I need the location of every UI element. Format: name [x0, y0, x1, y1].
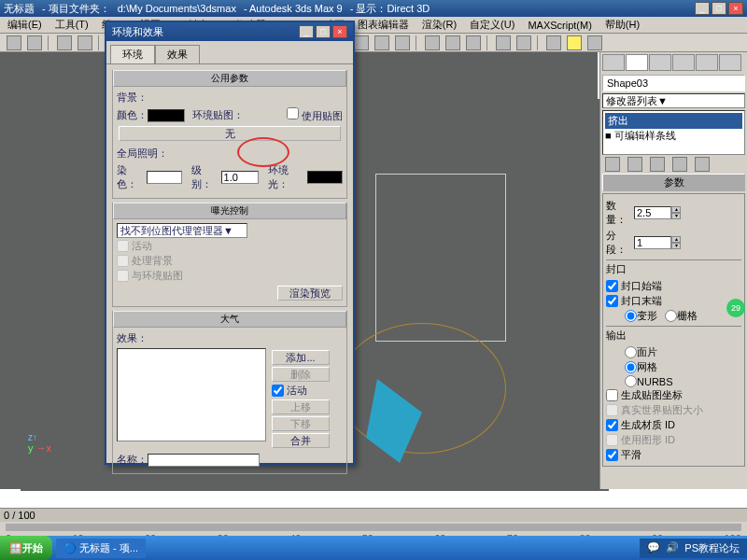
grid-radio[interactable]	[665, 310, 677, 322]
config-icon[interactable]	[695, 157, 710, 172]
env-tab[interactable]: 环境	[110, 45, 155, 63]
move-up-button: 上移	[272, 399, 330, 414]
dialog-close-button[interactable]: ×	[332, 25, 347, 38]
gen-mat-checkbox[interactable]	[606, 419, 618, 431]
gen-map-checkbox[interactable]	[606, 389, 618, 401]
menu-customize[interactable]: 自定义(U)	[466, 17, 518, 33]
display-tab-icon[interactable]	[696, 54, 718, 71]
tray-icon[interactable]: 💬	[647, 541, 660, 555]
effects-tab[interactable]: 效果	[155, 45, 200, 63]
menu-graph[interactable]: 图表编辑器	[354, 17, 413, 33]
menu-render[interactable]: 渲染(R)	[418, 17, 460, 33]
snap-icon[interactable]	[354, 35, 369, 50]
angle-snap-icon[interactable]	[374, 35, 389, 50]
material-icon[interactable]	[546, 35, 561, 50]
hierarchy-tab-icon[interactable]	[649, 54, 671, 71]
exposure-dropdown[interactable]: 找不到位图代理管理器 ▼	[117, 223, 247, 238]
level-spinner[interactable]	[221, 171, 259, 184]
atmosphere-rollout[interactable]: 大气	[113, 311, 346, 328]
use-map-checkbox[interactable]	[287, 107, 299, 119]
schematic-icon[interactable]	[516, 35, 531, 50]
exposure-rollout[interactable]: 曝光控制	[113, 203, 346, 219]
pin-stack-icon[interactable]	[605, 157, 620, 172]
dialog-title: 环境和效果	[112, 25, 163, 39]
cap-end-checkbox[interactable]	[606, 295, 618, 307]
close-button[interactable]: ×	[728, 2, 743, 15]
spin-down-icon[interactable]: ▾	[671, 213, 681, 219]
start-button[interactable]: 🪟 开始	[0, 536, 52, 560]
dialog-max-button[interactable]: □	[316, 25, 331, 38]
mesh-radio[interactable]	[625, 361, 637, 373]
process-bg-checkbox	[117, 255, 129, 267]
menu-maxscript[interactable]: MAXScript(M)	[524, 19, 595, 32]
output-label: 输出	[606, 326, 741, 343]
effect-name-field[interactable]	[148, 454, 260, 467]
mirror-icon[interactable]	[425, 35, 440, 50]
stack-item-extrude[interactable]: 挤出	[605, 113, 742, 129]
env-map-button[interactable]: 无	[119, 126, 341, 141]
align-icon[interactable]	[445, 35, 460, 50]
smooth-checkbox[interactable]	[606, 449, 618, 461]
tint-swatch[interactable]	[147, 171, 182, 184]
delete-effect-button: 删除	[272, 367, 330, 382]
wireframe-circle	[338, 323, 506, 454]
dialog-titlebar[interactable]: 环境和效果 _ □ ×	[106, 22, 353, 41]
frame-counter: 0 / 100	[4, 510, 35, 521]
unique-icon[interactable]	[650, 157, 665, 172]
menu-help[interactable]: 帮助(H)	[601, 17, 643, 33]
ambient-swatch[interactable]	[307, 171, 343, 184]
layers-icon[interactable]	[466, 35, 481, 50]
wireframe-box	[375, 174, 506, 342]
motion-tab-icon[interactable]	[672, 54, 695, 71]
amount-spinner[interactable]	[634, 206, 671, 219]
modifier-list[interactable]: 修改器列表 ▼	[602, 93, 745, 108]
segments-spinner[interactable]	[634, 236, 671, 249]
render-preview-button[interactable]: 渲染预览	[277, 286, 343, 301]
app-titlebar: 无标题 - 项目文件夹： d:\My Documents\3dsmax - Au…	[0, 0, 747, 17]
render-scene-icon[interactable]	[567, 35, 582, 50]
curve-editor-icon[interactable]	[496, 35, 511, 50]
create-tab-icon[interactable]	[602, 54, 625, 71]
quick-render-icon[interactable]	[587, 35, 602, 50]
percent-snap-icon[interactable]	[395, 35, 410, 50]
bg-color-swatch[interactable]	[148, 109, 185, 122]
add-effect-button[interactable]: 添加...	[272, 350, 330, 365]
maximize-button[interactable]: □	[712, 2, 726, 15]
time-slider[interactable]	[6, 524, 741, 531]
unlink-icon[interactable]	[78, 35, 92, 50]
redo-icon[interactable]	[27, 35, 42, 50]
link-icon[interactable]	[57, 35, 72, 50]
effect-active-checkbox[interactable]	[272, 385, 284, 397]
menu-edit[interactable]: 编辑(E)	[4, 17, 46, 33]
patch-radio[interactable]	[625, 346, 637, 358]
morph-radio[interactable]	[625, 310, 637, 322]
real-world-checkbox	[606, 404, 618, 416]
remove-mod-icon[interactable]	[672, 157, 687, 172]
modifier-stack[interactable]: 挤出 ■ 可编辑样条线	[602, 110, 745, 155]
taskbar-item[interactable]: 🔵 无标题 - 项...	[56, 539, 146, 558]
merge-button[interactable]: 合并	[272, 433, 330, 448]
dialog-min-button[interactable]: _	[299, 25, 314, 38]
title-app: - Autodesk 3ds Max 9	[244, 3, 343, 14]
common-params-rollout[interactable]: 公用参数	[113, 70, 346, 87]
cap-start-checkbox[interactable]	[606, 280, 618, 292]
title-doc: 无标题	[4, 2, 35, 16]
object-name-field[interactable]	[602, 75, 745, 91]
use-shape-checkbox	[606, 434, 618, 446]
menu-tools[interactable]: 工具(T)	[51, 17, 92, 33]
nurbs-radio[interactable]	[625, 375, 637, 387]
viewport-axes: z↑y →x	[28, 432, 51, 454]
stack-item-spline[interactable]: ■ 可编辑样条线	[605, 129, 742, 143]
tray-icon[interactable]: 🔊	[666, 541, 679, 555]
minimize-button[interactable]: _	[695, 2, 710, 15]
modify-tab-icon[interactable]	[626, 54, 648, 71]
utilities-tab-icon[interactable]	[719, 54, 741, 71]
undo-icon[interactable]	[7, 35, 21, 50]
effects-list[interactable]	[117, 348, 266, 441]
show-result-icon[interactable]	[627, 157, 642, 172]
spin-up-icon[interactable]: ▴	[671, 206, 681, 213]
system-tray[interactable]: 💬 🔊 PS教程论坛	[640, 539, 747, 558]
params-rollout[interactable]: 参数	[602, 174, 745, 191]
move-down-button: 下移	[272, 416, 330, 431]
side-badge: 29	[726, 299, 745, 317]
